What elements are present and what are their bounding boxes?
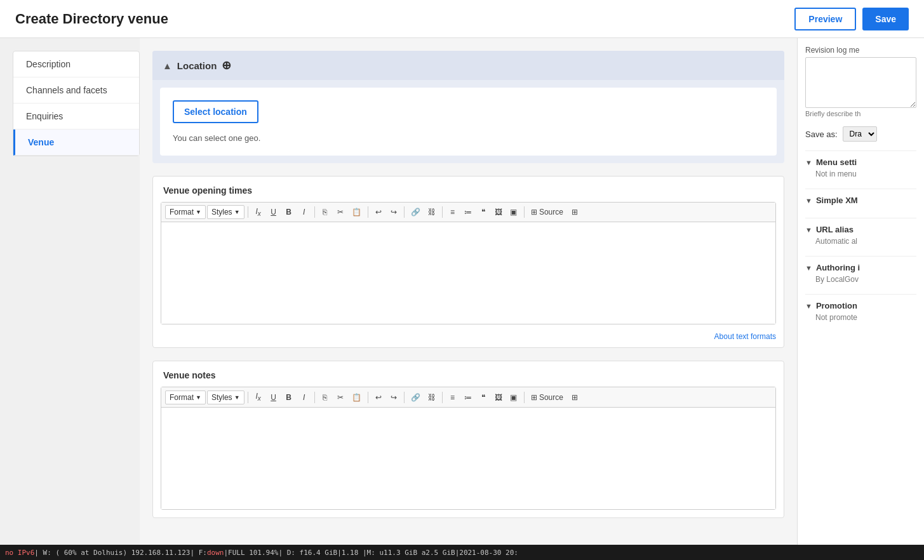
status-bar: no IPv6 | W: ( 60% at Dolhuis) 192.168.1…: [0, 545, 924, 560]
italic-btn-2[interactable]: I: [297, 391, 311, 404]
undo-btn-1[interactable]: ↩: [372, 206, 385, 218]
venue-opening-times-title: Venue opening times: [153, 177, 784, 202]
url-alias-title: URL alias: [816, 225, 854, 234]
status-rest: |FULL 101.94%| D: f16.4 GiB|1.18 |M: u11…: [224, 549, 518, 557]
unlink-btn-1[interactable]: ⛓: [425, 206, 439, 218]
toolbar-sep-1: [248, 206, 248, 218]
page-title: Create Directory venue: [15, 11, 168, 27]
location-header[interactable]: ▲ Location ⊕: [152, 51, 784, 80]
venue-notes-editor-body[interactable]: [161, 408, 775, 509]
save-as-select[interactable]: Dra: [843, 126, 877, 142]
format-dropdown-arrow-icon: ▼: [196, 209, 201, 215]
undo-btn-2[interactable]: ↩: [372, 391, 385, 404]
table-btn-1[interactable]: ⊞: [568, 206, 582, 218]
venue-opening-times-editor-body[interactable]: [161, 222, 775, 324]
menu-settings-chevron-icon: ▼: [805, 159, 812, 166]
promotion-section: ▼ Promotion Not promote: [805, 294, 916, 328]
redo-btn-1[interactable]: ↪: [387, 206, 401, 218]
ul-btn-1[interactable]: ≡: [446, 206, 460, 218]
promotion-title: Promotion: [816, 301, 857, 310]
location-hint: You can select one geo.: [173, 133, 764, 143]
styles-dropdown-2-arrow-icon: ▼: [234, 394, 240, 401]
revision-log-hint: Briefly describe th: [805, 110, 916, 117]
location-body: Select location You can select one geo.: [160, 88, 777, 156]
menu-settings-header[interactable]: ▼ Menu setti: [805, 157, 916, 167]
styles-dropdown-1[interactable]: Styles ▼: [207, 205, 244, 219]
source-btn-1[interactable]: ⊞ Source: [528, 206, 566, 218]
toolbar-sep-5: [442, 206, 443, 218]
sidebar-item-description[interactable]: Description: [13, 51, 139, 77]
img-btn-1[interactable]: 🖼: [492, 206, 506, 218]
venue-notes-editor: Format ▼ Styles ▼ Ix U B I ⎘: [161, 387, 776, 509]
promotion-header[interactable]: ▼ Promotion: [805, 301, 916, 310]
authoring-header[interactable]: ▼ Authoring i: [805, 263, 916, 272]
sidebar-item-channels[interactable]: Channels and facets: [13, 77, 139, 103]
url-alias-header[interactable]: ▼ URL alias: [805, 225, 916, 234]
authoring-chevron-icon: ▼: [805, 264, 812, 272]
editor-toolbar-2: Format ▼ Styles ▼ Ix U B I ⎘: [161, 387, 775, 407]
embed-btn-1[interactable]: ▣: [507, 206, 521, 218]
url-alias-section: ▼ URL alias Automatic al: [805, 218, 916, 252]
authoring-value: By LocalGov: [805, 275, 916, 284]
redo-btn-2[interactable]: ↪: [387, 391, 401, 404]
save-button[interactable]: Save: [862, 8, 909, 30]
toolbar-sep-12: [524, 392, 525, 403]
copy-btn-1[interactable]: ⎘: [318, 206, 332, 218]
bold-btn-1[interactable]: B: [282, 206, 296, 218]
styles-dropdown-2[interactable]: Styles ▼: [207, 390, 244, 404]
cut-btn-1[interactable]: ✂: [333, 206, 347, 218]
paste-btn-2[interactable]: 📋: [349, 391, 365, 404]
preview-button[interactable]: Preview: [794, 8, 856, 30]
revision-log-textarea[interactable]: [805, 57, 916, 108]
venue-notes-section: Venue notes Format ▼ Styles ▼ Ix U: [152, 361, 784, 517]
format-dropdown-2[interactable]: Format ▼: [165, 390, 206, 404]
embed-btn-2[interactable]: ▣: [507, 391, 521, 404]
format-dropdown-1[interactable]: Format ▼: [165, 205, 206, 219]
toolbar-sep-10: [404, 392, 405, 403]
sidebar-wrapper: Description Channels and facets Enquirie…: [0, 38, 140, 560]
revision-log-field: Revision log me Briefly describe th: [805, 46, 916, 117]
about-text-formats-link[interactable]: About text formats: [153, 332, 784, 347]
quote-btn-1[interactable]: ❝: [476, 206, 490, 218]
link-btn-2[interactable]: 🔗: [408, 391, 424, 404]
url-alias-value: Automatic al: [805, 237, 916, 246]
authoring-title: Authoring i: [816, 263, 860, 272]
toolbar-sep-7: [248, 392, 248, 403]
select-location-button[interactable]: Select location: [173, 100, 258, 123]
simple-xml-title: Simple XM: [816, 196, 858, 205]
ol-btn-2[interactable]: ≔: [461, 391, 475, 404]
underline-btn-1[interactable]: U: [267, 206, 281, 218]
toolbar-sep-2: [314, 206, 315, 218]
italic-x-btn-2[interactable]: Ix: [251, 390, 265, 404]
ol-btn-1[interactable]: ≔: [461, 206, 475, 218]
simple-xml-header[interactable]: ▼ Simple XM: [805, 196, 916, 205]
simple-xml-section: ▼ Simple XM: [805, 189, 916, 214]
sidebar-item-venue[interactable]: Venue: [13, 130, 139, 156]
sidebar-item-enquiries[interactable]: Enquiries: [13, 103, 139, 130]
location-drag-icon: ⊕: [222, 58, 231, 72]
toolbar-sep-4: [404, 206, 405, 218]
toolbar-sep-6: [524, 206, 525, 218]
copy-btn-2[interactable]: ⎘: [318, 391, 332, 404]
cut-btn-2[interactable]: ✂: [333, 391, 347, 404]
styles-dropdown-arrow-icon: ▼: [234, 209, 240, 215]
bold-btn-2[interactable]: B: [282, 391, 296, 404]
quote-btn-2[interactable]: ❝: [476, 391, 490, 404]
italic-btn-1[interactable]: I: [297, 206, 311, 218]
link-btn-1[interactable]: 🔗: [408, 206, 424, 218]
venue-opening-times-editor: Format ▼ Styles ▼ Ix U B I ⎘: [161, 202, 776, 324]
table-btn-2[interactable]: ⊞: [568, 391, 582, 404]
img-btn-2[interactable]: 🖼: [492, 391, 506, 404]
status-ipv6: no IPv6: [5, 549, 34, 557]
save-as-label: Save as:: [805, 130, 838, 139]
unlink-btn-2[interactable]: ⛓: [425, 391, 439, 404]
authoring-section: ▼ Authoring i By LocalGov: [805, 256, 916, 290]
header-actions: Preview Save: [794, 8, 909, 30]
underline-btn-2[interactable]: U: [267, 391, 281, 404]
paste-btn-1[interactable]: 📋: [349, 206, 365, 218]
italic-x-btn-1[interactable]: Ix: [251, 205, 265, 219]
location-title: Location: [177, 60, 217, 71]
toolbar-sep-9: [368, 392, 368, 403]
ul-btn-2[interactable]: ≡: [446, 391, 460, 404]
source-btn-2[interactable]: ⊞ Source: [528, 391, 566, 404]
